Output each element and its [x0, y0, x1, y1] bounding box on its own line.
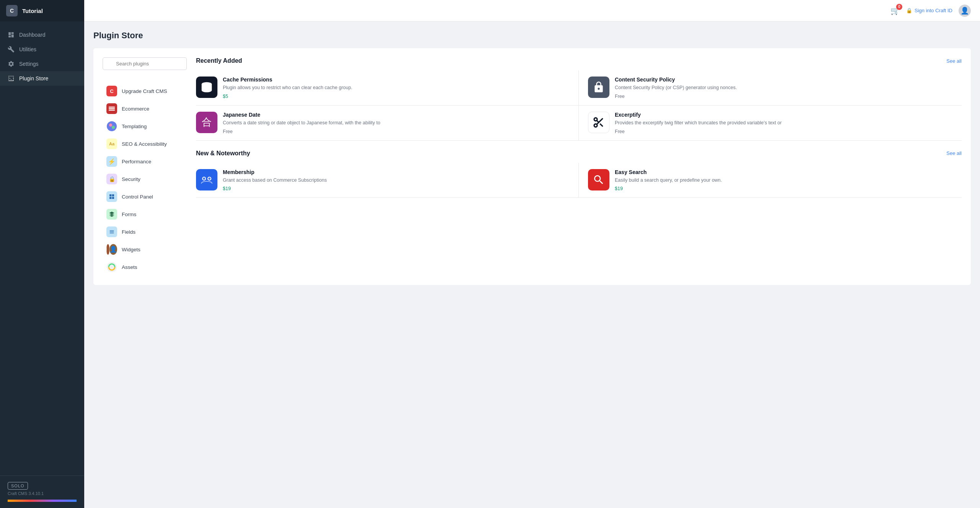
cache-permissions-price: $5 — [223, 94, 569, 99]
version-text: Craft CMS 3.4.10.1 — [8, 491, 77, 496]
category-control-panel[interactable]: Control Panel — [103, 188, 187, 205]
cache-permissions-desc: Plugin allows you to restrict who can cl… — [223, 84, 569, 91]
japanese-date-icon: 合 — [196, 112, 217, 133]
category-upgrade[interactable]: C Upgrade Craft CMS — [103, 82, 187, 100]
avatar-icon: 👤 — [960, 7, 969, 15]
category-performance[interactable]: ⚡ Performance — [103, 153, 187, 170]
membership-info: Membership Grant access based on Commerc… — [223, 169, 569, 192]
category-security[interactable]: 🔒 Security — [103, 170, 187, 188]
plugin-card-japanese-date[interactable]: 合 Japanese Date Converts a date string o… — [196, 106, 579, 141]
plugin-store-icon — [8, 75, 15, 82]
cache-permissions-name: Cache Permissions — [223, 77, 569, 83]
sidebar-item-dashboard[interactable]: Dashboard — [0, 28, 84, 42]
forms-icon — [106, 209, 117, 220]
svg-point-16 — [204, 178, 205, 179]
excerptify-price: Free — [615, 129, 956, 134]
search-input[interactable] — [103, 57, 187, 70]
recently-added-see-all[interactable]: See all — [946, 58, 962, 64]
plan-badge: SOLO — [8, 482, 28, 490]
settings-icon — [8, 60, 15, 67]
page-header: Plugin Store — [93, 31, 971, 41]
content-area: Plugin Store 🔍 C Upgrade Craft CMS — [84, 21, 980, 508]
easy-search-info: Easy Search Easily build a search query,… — [615, 169, 956, 192]
japanese-date-desc: Converts a date string or date object to… — [223, 119, 569, 127]
svg-line-12 — [597, 120, 599, 122]
csp-name: Content Security Policy — [615, 77, 956, 83]
seo-icon: Aa — [106, 138, 117, 149]
sidebar-footer: SOLO Craft CMS 3.4.10.1 — [0, 475, 84, 508]
cache-permissions-info: Cache Permissions Plugin allows you to r… — [223, 77, 569, 99]
sidebar-nav: Dashboard Utilities Settings Plugin Stor… — [0, 21, 84, 475]
recently-added-header: Recently Added See all — [196, 57, 962, 64]
svg-point-8 — [594, 118, 597, 121]
app-title: Tutorial — [22, 8, 43, 14]
plugin-card-excerptify[interactable]: Excerptify Provides the excerptify twig … — [579, 106, 962, 141]
category-fields[interactable]: Fields — [103, 223, 187, 241]
plugin-card-cache-permissions[interactable]: Cache Permissions Plugin allows you to r… — [196, 70, 579, 106]
plugin-content: Recently Added See all Cache Permissions… — [196, 57, 962, 276]
csp-price: Free — [615, 94, 956, 99]
membership-price: $19 — [223, 186, 569, 191]
avatar-button[interactable]: 👤 — [959, 5, 971, 17]
sidebar-item-label: Dashboard — [19, 32, 46, 38]
membership-desc: Grant access based on Commerce Subscript… — [223, 177, 569, 184]
sidebar-item-settings[interactable]: Settings — [0, 57, 84, 71]
membership-icon — [196, 169, 217, 190]
app-logo: C — [6, 5, 18, 16]
security-icon: 🔒 — [106, 174, 117, 184]
new-noteworthy-see-all[interactable]: See all — [946, 150, 962, 156]
sign-in-button[interactable]: 🔒 Sign into Craft ID — [906, 8, 952, 13]
fields-icon — [106, 226, 117, 237]
svg-line-11 — [600, 124, 603, 126]
easy-search-desc: Easily build a search query, or predefin… — [615, 177, 956, 184]
upgrade-icon: C — [106, 86, 117, 96]
svg-rect-0 — [109, 107, 115, 108]
japanese-date-info: Japanese Date Converts a date string or … — [223, 112, 569, 134]
store-panel: 🔍 C Upgrade Craft CMS Ecommerce — [93, 48, 971, 285]
category-assets[interactable]: Assets — [103, 258, 187, 276]
sidebar-item-utilities[interactable]: Utilities — [0, 42, 84, 57]
ecommerce-icon — [106, 103, 117, 114]
japanese-date-price: Free — [223, 129, 569, 134]
plugin-card-easy-search[interactable]: Easy Search Easily build a search query,… — [579, 163, 962, 198]
category-templating[interactable]: Templating — [103, 117, 187, 135]
csp-desc: Content Security Policy (or CSP) generat… — [615, 84, 956, 91]
sidebar-header: C Tutorial — [0, 0, 84, 21]
category-seo[interactable]: Aa SEO & Accessibility — [103, 135, 187, 153]
easy-search-icon — [588, 169, 609, 190]
topbar: 🛒 0 🔒 Sign into Craft ID 👤 — [84, 0, 980, 21]
sidebar-item-plugin-store[interactable]: Plugin Store — [0, 71, 84, 86]
control-panel-icon — [106, 191, 117, 202]
topbar-actions: 🛒 0 🔒 Sign into Craft ID 👤 — [890, 5, 971, 17]
recently-added-grid: Cache Permissions Plugin allows you to r… — [196, 70, 962, 141]
search-wrapper: 🔍 — [103, 57, 187, 76]
cart-button[interactable]: 🛒 0 — [890, 6, 900, 15]
svg-point-9 — [594, 124, 597, 127]
excerptify-name: Excerptify — [615, 112, 956, 118]
sidebar-item-label: Plugin Store — [19, 75, 48, 81]
easy-search-name: Easy Search — [615, 169, 956, 175]
cache-permissions-icon — [196, 77, 217, 98]
category-widgets[interactable]: 👤 Widgets — [103, 241, 187, 258]
plugin-card-csp[interactable]: Content Security Policy Content Security… — [579, 70, 962, 106]
excerptify-desc: Provides the excerptify twig filter whic… — [615, 119, 956, 127]
new-noteworthy-title: New & Noteworthy — [196, 150, 250, 157]
assets-icon — [106, 262, 117, 272]
csp-icon — [588, 77, 609, 98]
csp-info: Content Security Policy Content Security… — [615, 77, 956, 99]
category-ecommerce[interactable]: Ecommerce — [103, 100, 187, 117]
sidebar-item-label: Settings — [19, 61, 39, 67]
templating-icon — [106, 121, 117, 132]
category-forms[interactable]: Forms — [103, 205, 187, 223]
svg-rect-1 — [109, 108, 115, 109]
plugin-card-membership[interactable]: Membership Grant access based on Commerc… — [196, 163, 579, 198]
new-noteworthy-section: New & Noteworthy See all — [196, 150, 962, 198]
sidebar: C Tutorial Dashboard Utilities Settings — [0, 0, 84, 508]
svg-rect-2 — [109, 110, 115, 111]
membership-name: Membership — [223, 169, 569, 175]
svg-point-3 — [107, 121, 117, 131]
svg-point-4 — [109, 124, 112, 127]
excerptify-icon — [588, 112, 609, 133]
new-noteworthy-header: New & Noteworthy See all — [196, 150, 962, 157]
sidebar-item-label: Utilities — [19, 46, 36, 52]
